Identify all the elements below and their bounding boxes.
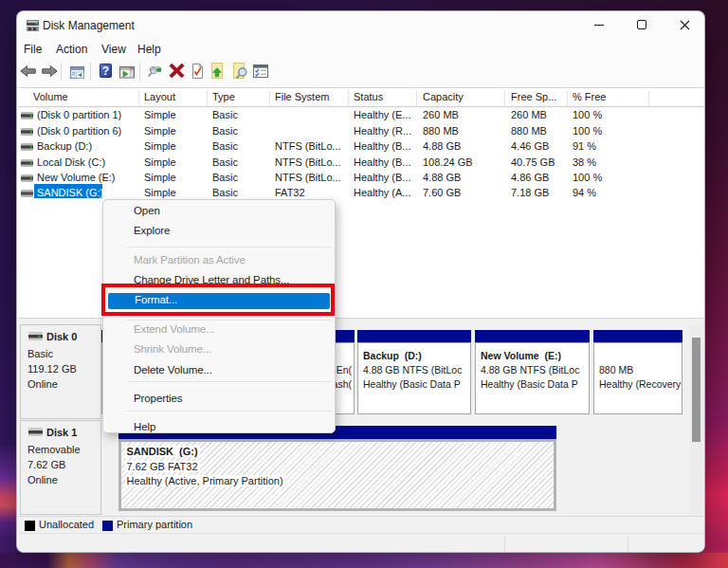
svg-text:?: ? (102, 64, 109, 78)
